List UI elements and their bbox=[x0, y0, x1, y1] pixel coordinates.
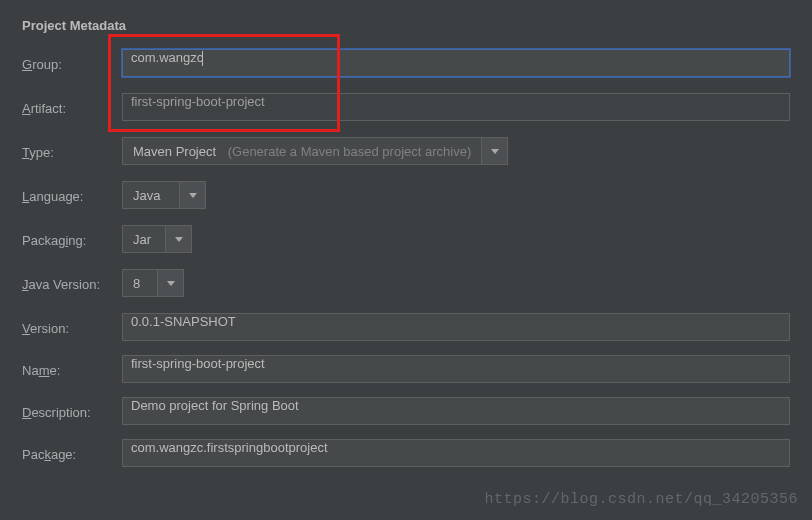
packaging-select-button[interactable] bbox=[166, 225, 192, 253]
artifact-label: Artifact: bbox=[22, 98, 122, 116]
java-version-select-button[interactable] bbox=[158, 269, 184, 297]
group-input[interactable]: com.wangzc bbox=[122, 49, 790, 77]
java-version-select[interactable]: 8 bbox=[122, 269, 184, 297]
version-label: Version: bbox=[22, 318, 122, 336]
language-select[interactable]: Java bbox=[122, 181, 206, 209]
text-caret bbox=[202, 51, 203, 66]
chevron-down-icon bbox=[167, 281, 175, 286]
package-input[interactable]: com.wangzc.firstspringbootproject bbox=[122, 439, 790, 467]
watermark-text: https://blog.csdn.net/qq_34205356 bbox=[484, 491, 798, 508]
language-label: Language: bbox=[22, 186, 122, 204]
java-version-label: Java Version: bbox=[22, 274, 122, 292]
chevron-down-icon bbox=[189, 193, 197, 198]
package-label: Package: bbox=[22, 444, 122, 462]
language-select-button[interactable] bbox=[180, 181, 206, 209]
name-label: Name: bbox=[22, 360, 122, 378]
artifact-input[interactable]: first-spring-boot-project bbox=[122, 93, 790, 121]
type-select-button[interactable] bbox=[482, 137, 508, 165]
description-label: Description: bbox=[22, 402, 122, 420]
name-input[interactable]: first-spring-boot-project bbox=[122, 355, 790, 383]
packaging-label: Packaging: bbox=[22, 230, 122, 248]
type-label: Type: bbox=[22, 142, 122, 160]
description-input[interactable]: Demo project for Spring Boot bbox=[122, 397, 790, 425]
version-input[interactable]: 0.0.1-SNAPSHOT bbox=[122, 313, 790, 341]
chevron-down-icon bbox=[175, 237, 183, 242]
packaging-select[interactable]: Jar bbox=[122, 225, 192, 253]
chevron-down-icon bbox=[491, 149, 499, 154]
section-title: Project Metadata bbox=[22, 18, 790, 33]
type-select[interactable]: Maven Project (Generate a Maven based pr… bbox=[122, 137, 508, 165]
group-label: Group: bbox=[22, 54, 122, 72]
